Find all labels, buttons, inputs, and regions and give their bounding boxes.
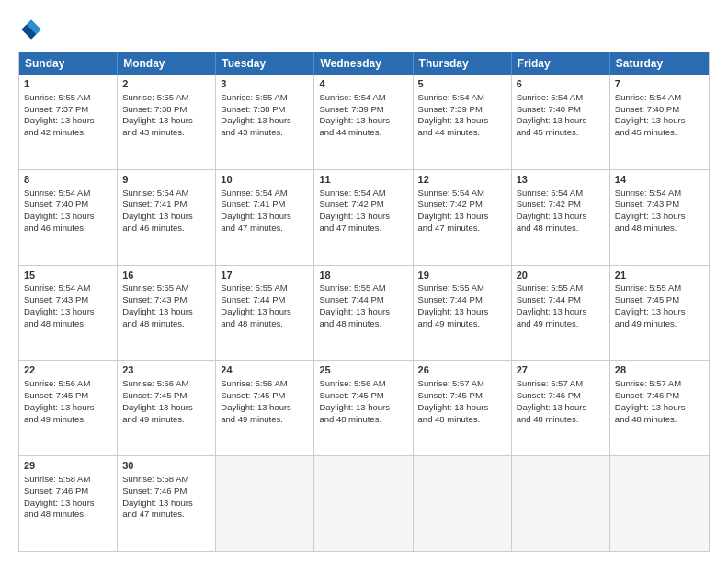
day-info-line: and 43 minutes. [122,127,210,139]
day-info-line: Sunrise: 5:56 AM [221,378,309,390]
day-cell-9: 9Sunrise: 5:54 AMSunset: 7:41 PMDaylight… [118,170,216,265]
day-cell-3: 3Sunrise: 5:55 AMSunset: 7:38 PMDaylight… [216,75,314,169]
day-info-line: Sunset: 7:45 PM [615,294,704,306]
weekday-header-monday: Monday [118,52,216,75]
day-cell-15: 15Sunrise: 5:54 AMSunset: 7:43 PMDayligh… [19,266,118,361]
day-info-line: Daylight: 13 hours [122,402,210,414]
day-number: 16 [122,269,210,282]
day-cell-13: 13Sunrise: 5:54 AMSunset: 7:42 PMDayligh… [512,170,610,265]
day-number: 23 [122,363,210,377]
day-info-line: and 49 minutes. [122,414,210,426]
day-info-line: and 48 minutes. [122,318,210,330]
day-info-line: and 48 minutes. [24,509,112,521]
day-info-line: Daylight: 13 hours [122,498,210,510]
day-info-line: and 49 minutes. [615,318,704,330]
calendar-row-4: 22Sunrise: 5:56 AMSunset: 7:45 PMDayligh… [19,361,709,456]
day-number: 21 [615,269,704,282]
day-info-line: Sunset: 7:43 PM [615,199,704,211]
weekday-header-sunday: Sunday [19,52,118,75]
day-cell-25: 25Sunrise: 5:56 AMSunset: 7:45 PMDayligh… [314,361,413,455]
day-number: 5 [418,77,506,91]
empty-cell [512,456,610,551]
day-info-line: and 49 minutes. [221,414,309,426]
day-number: 1 [24,77,112,91]
day-number: 9 [122,173,210,187]
day-info-line: Sunrise: 5:54 AM [24,188,112,200]
day-info-line: and 48 minutes. [615,223,704,235]
empty-cell [216,456,314,551]
day-info-line: Sunset: 7:44 PM [221,294,309,306]
day-info-line: Sunset: 7:45 PM [319,390,407,402]
day-info-line: Sunrise: 5:57 AM [517,378,605,390]
day-info-line: and 46 minutes. [122,223,210,235]
day-number: 3 [221,77,309,91]
day-info-line: Daylight: 13 hours [122,115,210,127]
day-info-line: Sunset: 7:40 PM [615,104,704,116]
page: SundayMondayTuesdayWednesdayThursdayFrid… [0,0,728,563]
day-info-line: Daylight: 13 hours [221,211,309,223]
empty-cell [314,456,413,551]
day-number: 17 [221,269,309,282]
day-number: 22 [24,363,112,377]
day-info-line: Sunrise: 5:56 AM [319,378,407,390]
day-info-line: Sunrise: 5:54 AM [418,92,506,104]
day-info-line: Sunrise: 5:54 AM [122,188,210,200]
day-info-line: and 48 minutes. [615,414,704,426]
day-cell-7: 7Sunrise: 5:54 AMSunset: 7:40 PMDaylight… [610,75,709,169]
day-info-line: Daylight: 13 hours [24,211,112,223]
day-number: 6 [517,77,605,91]
day-info-line: Sunrise: 5:56 AM [24,378,112,390]
day-info-line: Sunrise: 5:55 AM [517,282,605,294]
day-cell-22: 22Sunrise: 5:56 AMSunset: 7:45 PMDayligh… [19,361,118,455]
day-info-line: Sunrise: 5:54 AM [319,188,407,200]
day-info-line: Daylight: 13 hours [615,402,704,414]
day-info-line: and 44 minutes. [418,127,506,139]
day-cell-16: 16Sunrise: 5:55 AMSunset: 7:43 PMDayligh… [118,266,216,361]
calendar-row-1: 1Sunrise: 5:55 AMSunset: 7:37 PMDaylight… [19,75,709,170]
day-info-line: Sunrise: 5:54 AM [319,92,407,104]
day-info-line: Daylight: 13 hours [122,211,210,223]
day-info-line: Sunrise: 5:55 AM [418,282,506,294]
day-info-line: Sunset: 7:43 PM [122,294,210,306]
day-cell-17: 17Sunrise: 5:55 AMSunset: 7:44 PMDayligh… [216,266,314,361]
day-info-line: Sunrise: 5:58 AM [24,474,112,486]
day-number: 12 [418,173,506,187]
day-number: 14 [615,173,704,187]
day-cell-6: 6Sunrise: 5:54 AMSunset: 7:40 PMDaylight… [512,75,610,169]
day-cell-5: 5Sunrise: 5:54 AMSunset: 7:39 PMDaylight… [414,75,512,169]
day-info-line: Sunrise: 5:55 AM [24,92,112,104]
weekday-header-thursday: Thursday [414,52,512,75]
calendar: SundayMondayTuesdayWednesdayThursdayFrid… [18,52,710,552]
day-info-line: Sunrise: 5:54 AM [418,188,506,200]
day-info-line: Daylight: 13 hours [418,306,506,318]
day-info-line: Sunset: 7:46 PM [24,486,112,498]
day-info-line: Sunset: 7:38 PM [122,104,210,116]
logo [18,17,48,42]
day-info-line: Sunrise: 5:54 AM [517,92,605,104]
day-cell-12: 12Sunrise: 5:54 AMSunset: 7:42 PMDayligh… [414,170,512,265]
day-cell-8: 8Sunrise: 5:54 AMSunset: 7:40 PMDaylight… [19,170,118,265]
day-cell-19: 19Sunrise: 5:55 AMSunset: 7:44 PMDayligh… [414,266,512,361]
day-info-line: and 47 minutes. [122,509,210,521]
day-info-line: Sunrise: 5:54 AM [615,188,704,200]
day-info-line: Daylight: 13 hours [615,211,704,223]
day-number: 18 [319,269,407,282]
day-info-line: Sunset: 7:45 PM [24,390,112,402]
day-info-line: Sunrise: 5:55 AM [221,282,309,294]
day-info-line: Sunrise: 5:54 AM [24,282,112,294]
day-info-line: Sunrise: 5:56 AM [122,378,210,390]
day-number: 24 [221,363,309,377]
day-cell-26: 26Sunrise: 5:57 AMSunset: 7:45 PMDayligh… [414,361,512,455]
day-cell-14: 14Sunrise: 5:54 AMSunset: 7:43 PMDayligh… [610,170,709,265]
day-cell-29: 29Sunrise: 5:58 AMSunset: 7:46 PMDayligh… [19,456,118,551]
day-info-line: and 48 minutes. [517,223,605,235]
day-info-line: and 44 minutes. [319,127,407,139]
day-info-line: and 49 minutes. [517,318,605,330]
day-info-line: Daylight: 13 hours [517,402,605,414]
day-cell-4: 4Sunrise: 5:54 AMSunset: 7:39 PMDaylight… [314,75,413,169]
weekday-header-saturday: Saturday [610,52,709,75]
day-info-line: and 45 minutes. [615,127,704,139]
day-info-line: and 47 minutes. [319,223,407,235]
day-info-line: Sunrise: 5:55 AM [615,282,704,294]
day-info-line: Sunrise: 5:54 AM [517,188,605,200]
